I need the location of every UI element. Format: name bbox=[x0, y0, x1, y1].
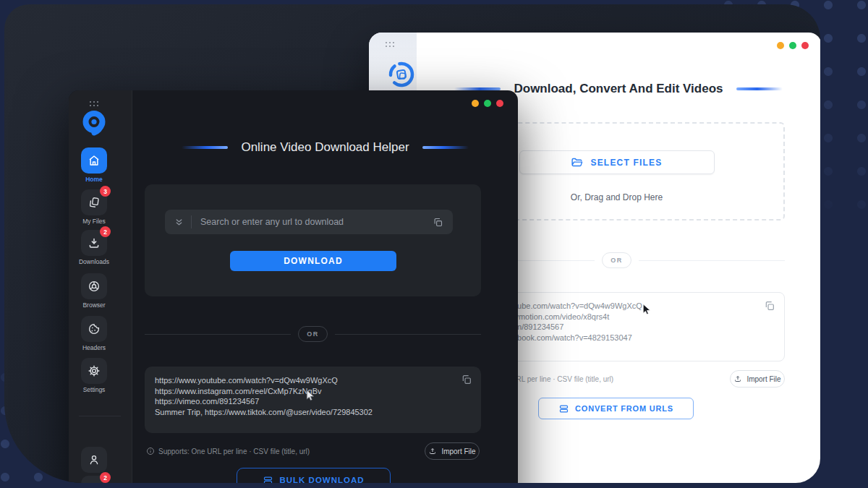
drag-handle-icon[interactable] bbox=[89, 100, 99, 107]
minimize-button[interactable] bbox=[777, 42, 784, 49]
converter-app-logo-icon bbox=[387, 60, 416, 89]
browser-icon bbox=[88, 280, 101, 293]
my-files-badge: 3 bbox=[100, 186, 111, 197]
title-ornament bbox=[736, 87, 783, 90]
media-badge: 2 bbox=[100, 472, 111, 483]
sidebar-item-label: My Files bbox=[69, 218, 119, 225]
title-row: Online Video Download Helper bbox=[132, 138, 518, 157]
sidebar-item-label: Headers bbox=[69, 344, 119, 351]
urls-textarea[interactable]: https://www.youtube.com/watch?v=dQw4w9Wg… bbox=[145, 367, 481, 433]
folder-icon bbox=[571, 156, 583, 168]
paste-icon[interactable] bbox=[433, 217, 443, 228]
sidebar-item-account[interactable] bbox=[81, 447, 107, 473]
sidebar-item-home[interactable] bbox=[81, 147, 107, 174]
import-file-button[interactable]: Import File bbox=[730, 370, 785, 388]
downloader-app-logo-icon bbox=[80, 108, 109, 137]
backdrop: Download, Convert And Edit Videos SELECT… bbox=[4, 4, 820, 483]
select-files-label: SELECT FILES bbox=[590, 158, 662, 168]
title-ornament bbox=[422, 146, 469, 149]
url-line: https://vimeo.com/891234567 bbox=[155, 396, 471, 407]
window-controls bbox=[472, 100, 503, 107]
minimize-button[interactable] bbox=[472, 100, 479, 107]
sidebar-divider bbox=[79, 416, 121, 416]
select-files-button[interactable]: SELECT FILES bbox=[519, 150, 715, 174]
person-icon bbox=[88, 453, 101, 466]
zoom-button[interactable] bbox=[789, 42, 796, 49]
downloads-badge: 2 bbox=[100, 226, 111, 237]
search-input[interactable] bbox=[192, 217, 433, 227]
sidebar-item-label: Settings bbox=[69, 386, 119, 393]
chevron-double-down-icon[interactable] bbox=[174, 218, 184, 227]
film-reel-icon bbox=[88, 482, 101, 483]
close-button[interactable] bbox=[801, 42, 809, 49]
supports-text: Supports: One URL per line · CSV file (t… bbox=[158, 448, 310, 455]
download-icon bbox=[88, 236, 101, 249]
close-button[interactable] bbox=[496, 100, 503, 107]
sidebar-item-browser[interactable] bbox=[81, 273, 107, 299]
copy-icon[interactable] bbox=[461, 374, 472, 385]
url-search-bar bbox=[165, 210, 453, 234]
stack-icon bbox=[558, 403, 569, 414]
title-ornament bbox=[182, 146, 228, 149]
drag-handle-icon[interactable] bbox=[385, 41, 395, 48]
upload-icon bbox=[733, 374, 742, 383]
home-icon bbox=[88, 154, 101, 167]
zoom-button[interactable] bbox=[484, 100, 491, 107]
bulk-download-button[interactable]: BULK DOWNLOAD bbox=[237, 468, 391, 483]
files-icon bbox=[88, 196, 101, 209]
or-label: OR bbox=[602, 252, 631, 268]
info-icon bbox=[146, 447, 155, 455]
drag-drop-hint: Or, Drag and Drop Here bbox=[571, 192, 663, 202]
cookie-icon bbox=[88, 322, 101, 335]
sidebar: Home 3 My Files 2 Downloads Browse bbox=[69, 90, 132, 483]
search-panel: DOWNLOAD bbox=[145, 184, 481, 296]
page-title: Online Video Download Helper bbox=[241, 140, 409, 155]
download-button[interactable]: DOWNLOAD bbox=[230, 251, 396, 271]
sidebar-item-my-files[interactable]: 3 bbox=[81, 189, 107, 215]
window-controls bbox=[777, 42, 809, 49]
url-line: Summer Trip, https://www.tiktok.com/@use… bbox=[155, 407, 471, 418]
gear-icon bbox=[88, 364, 101, 377]
convert-from-urls-button[interactable]: CONVERT FROM URLS bbox=[538, 398, 694, 419]
url-line: https://www.instagram.com/reel/CxMp7KzNq… bbox=[155, 386, 471, 397]
sidebar-item-label: Browser bbox=[69, 301, 119, 309]
supports-row: Supports: One URL per line · CSV file (t… bbox=[145, 441, 481, 460]
sidebar-item-label: Downloads bbox=[69, 258, 119, 265]
upload-icon bbox=[428, 447, 437, 455]
sidebar-item-settings[interactable] bbox=[81, 358, 107, 384]
import-file-button[interactable]: Import File bbox=[425, 442, 480, 460]
downloader-window: Home 3 My Files 2 Downloads Browse bbox=[69, 90, 518, 483]
sidebar-item-media[interactable]: 2 bbox=[81, 476, 107, 483]
stack-icon bbox=[263, 475, 273, 484]
url-line: https://www.youtube.com/watch?v=dQw4w9Wg… bbox=[155, 375, 471, 386]
page-title: Download, Convert And Edit Videos bbox=[514, 82, 723, 96]
sidebar-item-downloads[interactable]: 2 bbox=[81, 230, 107, 256]
sidebar-item-headers[interactable] bbox=[81, 316, 107, 342]
or-divider: OR bbox=[145, 326, 481, 342]
or-label: OR bbox=[298, 326, 328, 342]
copy-icon[interactable] bbox=[764, 300, 775, 312]
sidebar-item-label: Home bbox=[69, 176, 119, 183]
